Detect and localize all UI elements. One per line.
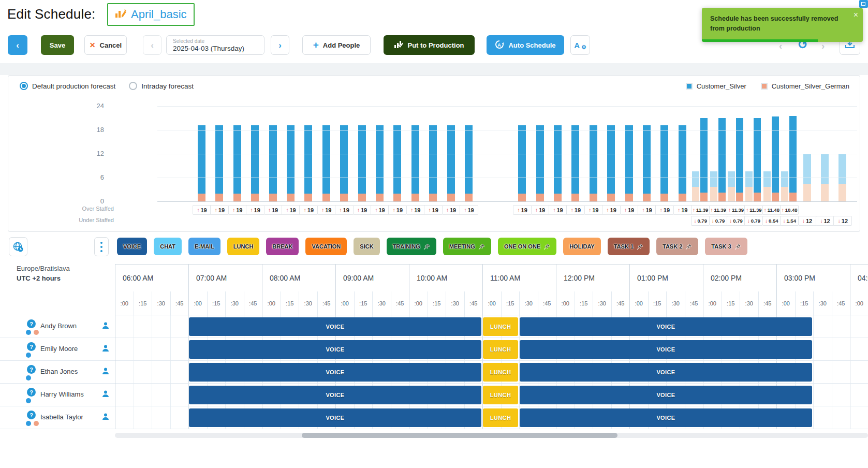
selected-date-field[interactable]: Selected date 2025-04-03 (Thursday) <box>166 35 264 55</box>
bar-salmon-segment <box>251 194 259 201</box>
put-to-production-button[interactable]: Put to Production <box>384 35 475 55</box>
shift-block-voice[interactable]: VOICE <box>189 363 481 382</box>
minute-header: :45 <box>685 291 703 315</box>
timezone-utc-offset: UTC +2 hours <box>17 274 61 282</box>
shift-block-lunch[interactable]: LUNCH <box>483 386 518 404</box>
arrow-down-icon: ↓ <box>802 218 805 224</box>
next-day-button[interactable]: › <box>271 35 289 55</box>
shift-block-voice[interactable]: VOICE <box>520 340 812 359</box>
activity-button-one-on-one[interactable]: ONE ON ONE <box>498 238 556 255</box>
arrow-up-icon: ↑ <box>624 207 627 213</box>
pushpin-icon <box>637 243 643 250</box>
help-icon[interactable]: ? <box>27 342 36 351</box>
arrow-up-icon: ↑ <box>746 207 748 213</box>
hour-header-03-00-PM: 03:00 PM <box>776 264 850 291</box>
shift-block-voice[interactable]: VOICE <box>520 386 812 404</box>
employee-person-icon[interactable] <box>101 413 110 423</box>
window-corner-icon[interactable] <box>859 0 868 8</box>
hour-header-01-00-PM: 01:00 PM <box>629 264 703 291</box>
auto-schedule-settings-button[interactable]: A⚙ <box>570 35 590 55</box>
shift-block-lunch[interactable]: LUNCH <box>483 317 518 336</box>
shift-block-voice[interactable]: VOICE <box>520 363 812 382</box>
legend-customer-silver[interactable]: Customer_Silver <box>686 82 746 90</box>
activity-button-meeting[interactable]: MEETING <box>443 238 491 255</box>
help-icon[interactable]: ? <box>27 319 36 328</box>
bar-salmon-segment <box>322 194 330 201</box>
bar-blue-segment <box>322 125 330 194</box>
employee-person-icon[interactable] <box>101 321 110 332</box>
employee-row-harry-williams: ?Harry WilliamsVOICELUNCHVOICE <box>0 384 868 406</box>
employee-row-emily-moore: ?Emily MooreVOICELUNCHVOICE <box>0 338 868 361</box>
under-staffed-badge: ↓12 <box>816 216 834 226</box>
arrow-up-icon: ↑ <box>535 207 538 213</box>
activity-button-task-2[interactable]: TASK 2 <box>656 238 698 255</box>
auto-schedule-button[interactable]: A Auto Schedule <box>487 35 564 55</box>
chevron-left-icon: ‹ <box>151 41 154 50</box>
shift-block-voice[interactable]: VOICE <box>189 408 481 427</box>
edit-schedule-page: Edit Schedule: April_basic ‹ Save ✕ Canc… <box>0 0 868 468</box>
shift-block-voice[interactable]: VOICE <box>520 408 812 427</box>
minute-header: :45 <box>758 291 777 315</box>
schedule-name-box[interactable]: April_basic <box>107 3 195 26</box>
bar-salmon-segment <box>754 193 761 201</box>
employee-person-icon[interactable] <box>101 390 110 400</box>
save-button[interactable]: Save <box>41 35 74 55</box>
minute-header: :45 <box>611 291 630 315</box>
redo-icon[interactable]: › <box>821 40 825 52</box>
shift-block-voice[interactable]: VOICE <box>189 317 481 336</box>
over-staffed-badge: ↑19 <box>655 205 674 215</box>
bar-blue-segment <box>429 125 437 194</box>
prev-day-button[interactable]: ‹ <box>143 35 161 55</box>
activity-button-voice[interactable]: VOICE <box>117 238 147 255</box>
activity-button-chat[interactable]: CHAT <box>154 238 182 255</box>
shift-block-voice[interactable]: VOICE <box>520 317 812 336</box>
section-divider <box>0 63 868 75</box>
toast-message: Schedule has been successfully removed f… <box>710 14 845 34</box>
shift-block-voice[interactable]: VOICE <box>189 340 481 359</box>
arrow-up-icon: ↑ <box>340 207 342 213</box>
timezone-globe-button[interactable] <box>9 237 27 256</box>
over-staffed-badge: ↑19 <box>246 205 264 215</box>
employee-person-icon[interactable] <box>101 344 110 355</box>
activity-label: E-MAIL <box>195 243 214 250</box>
bar-salmon-segment <box>736 193 743 201</box>
activity-button-vacation[interactable]: VACATION <box>305 238 347 255</box>
bar-salmon-segment <box>781 187 788 201</box>
help-icon[interactable]: ? <box>27 388 36 397</box>
bar-salmon-segment <box>198 194 205 201</box>
activity-button-lunch[interactable]: LUNCH <box>227 238 260 255</box>
legend-customer-silver-german[interactable]: Customer_Silver_German <box>761 82 849 90</box>
activity-button-training[interactable]: TRAINING <box>387 238 436 255</box>
shift-block-lunch[interactable]: LUNCH <box>483 363 518 382</box>
cancel-button[interactable]: ✕ Cancel <box>84 35 127 55</box>
horizontal-scrollbar-thumb[interactable] <box>302 433 617 438</box>
activity-button-task-1[interactable]: TASK 1 <box>608 238 650 255</box>
help-icon[interactable]: ? <box>27 411 36 419</box>
undo-icon[interactable]: ‹ <box>779 40 782 52</box>
bar-blue-segment <box>447 125 455 194</box>
activity-button-sick[interactable]: SICK <box>354 238 379 255</box>
back-button[interactable]: ‹ <box>8 35 27 55</box>
shift-block-voice[interactable]: VOICE <box>189 386 481 404</box>
skill-dot <box>26 353 31 358</box>
scheduled-bar <box>376 125 384 201</box>
activity-button-row: VOICECHATE-MAILLUNCHBREAKVACATIONSICKTRA… <box>117 238 747 255</box>
activity-label: TRAINING <box>393 243 420 250</box>
over-staffed-label: Over Staffed <box>39 206 114 212</box>
activity-button-task-3[interactable]: TASK 3 <box>705 238 747 255</box>
shift-block-lunch[interactable]: LUNCH <box>483 408 518 427</box>
activity-label: SICK <box>360 243 373 250</box>
toast-close-icon[interactable]: × <box>854 10 858 20</box>
activity-button-holiday[interactable]: HOLIDAY <box>563 238 601 255</box>
scheduled-bar <box>736 118 743 201</box>
help-icon[interactable]: ? <box>27 365 36 374</box>
employee-person-icon[interactable] <box>101 367 110 377</box>
shift-block-lunch[interactable]: LUNCH <box>483 340 518 359</box>
bar-blue-segment <box>660 125 668 194</box>
activity-button-e-mail[interactable]: E-MAIL <box>188 238 220 255</box>
add-people-button[interactable]: + Add People <box>302 35 371 55</box>
radio-default-production-forecast[interactable]: Default production forecast <box>20 82 115 90</box>
activity-button-break[interactable]: BREAK <box>266 238 299 255</box>
kebab-menu-button[interactable] <box>94 237 109 256</box>
radio-intraday-forecast[interactable]: Intraday forecast <box>129 82 194 90</box>
